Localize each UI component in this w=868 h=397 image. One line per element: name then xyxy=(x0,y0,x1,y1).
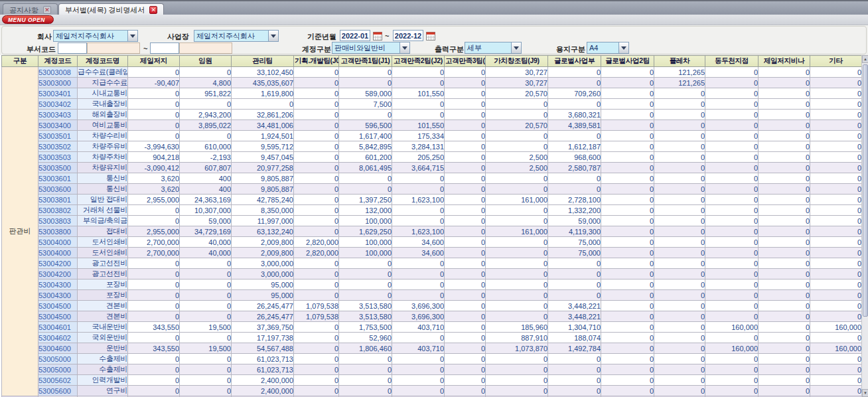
account-code-cell[interactable]: 53004600 xyxy=(38,343,78,354)
account-code-cell[interactable]: 53003800 xyxy=(38,226,78,237)
amount-cell[interactable]: 0 xyxy=(392,110,445,120)
amount-cell[interactable]: 0 xyxy=(654,301,705,311)
amount-cell[interactable]: 0 xyxy=(445,269,486,279)
amount-cell[interactable]: 59,000 xyxy=(548,216,601,226)
amount-cell[interactable]: 0 xyxy=(810,375,862,386)
amount-cell[interactable]: 0 xyxy=(445,354,486,364)
amount-cell[interactable]: 2,820,000 xyxy=(294,237,339,248)
amount-cell[interactable]: 0 xyxy=(128,120,180,131)
amount-cell[interactable]: 33,102,450 xyxy=(232,67,294,78)
amount-cell[interactable]: 0 xyxy=(445,258,486,269)
amount-cell[interactable]: 2,955,000 xyxy=(128,226,180,237)
amount-cell[interactable]: 2,500 xyxy=(486,152,548,163)
amount-cell[interactable]: 0 xyxy=(705,269,759,279)
amount-cell[interactable]: 0 xyxy=(810,333,862,343)
column-header[interactable]: 플레차 xyxy=(654,56,705,67)
scrollbar-thumb[interactable] xyxy=(863,64,868,317)
amount-cell[interactable]: 185,960 xyxy=(486,322,548,333)
amount-cell[interactable]: 0 xyxy=(392,216,445,226)
amount-cell[interactable]: 0 xyxy=(810,354,862,364)
account-name-cell[interactable]: 견본비 xyxy=(78,301,128,311)
amount-cell[interactable]: 3,680,321 xyxy=(548,110,601,120)
amount-cell[interactable]: 0 xyxy=(705,99,759,110)
table-row[interactable]: 53003503차량주차비904,218-2,1939,457,0450601,… xyxy=(2,152,862,163)
account-name-cell[interactable]: 포장비 xyxy=(78,279,128,290)
amount-cell[interactable]: 0 xyxy=(810,152,862,163)
amount-cell[interactable]: 0 xyxy=(445,195,486,205)
amount-cell[interactable]: 0 xyxy=(654,290,705,301)
amount-cell[interactable]: 0 xyxy=(810,386,862,396)
table-row[interactable]: 53004000도서인쇄비2,700,00040,0002,009,8002,8… xyxy=(2,237,862,248)
amount-cell[interactable]: 0 xyxy=(810,195,862,205)
paper-type-select[interactable]: A4 xyxy=(587,42,629,54)
amount-cell[interactable]: 0 xyxy=(128,99,180,110)
amount-cell[interactable]: 0 xyxy=(548,258,601,269)
amount-cell[interactable]: 0 xyxy=(548,184,601,195)
amount-cell[interactable]: 0 xyxy=(445,343,486,354)
account-name-cell[interactable]: 도서인쇄비 xyxy=(78,237,128,248)
amount-cell[interactable]: 0 xyxy=(759,343,810,354)
amount-cell[interactable]: 34,729,169 xyxy=(180,226,232,237)
amount-cell[interactable]: 0 xyxy=(810,131,862,141)
account-code-cell[interactable]: 53004500 xyxy=(38,311,78,322)
amount-cell[interactable]: 32,861,206 xyxy=(232,110,294,120)
amount-cell[interactable]: 0 xyxy=(392,354,445,364)
amount-cell[interactable]: 0 xyxy=(810,290,862,301)
account-code-cell[interactable]: 53004200 xyxy=(38,269,78,279)
account-name-cell[interactable]: 급수수료(클레임) xyxy=(78,67,128,78)
column-header[interactable]: 기타 xyxy=(810,56,862,67)
amount-cell[interactable]: 205,250 xyxy=(392,152,445,163)
amount-cell[interactable]: 20,570 xyxy=(486,120,548,131)
amount-cell[interactable]: 0 xyxy=(654,354,705,364)
amount-cell[interactable]: 0 xyxy=(654,88,705,99)
amount-cell[interactable]: 951,822 xyxy=(180,88,232,99)
table-row[interactable]: 53003801일반 접대비2,955,00024,363,16942,785,… xyxy=(2,195,862,205)
amount-cell[interactable]: 0 xyxy=(128,258,180,269)
amount-cell[interactable]: 0 xyxy=(601,322,654,333)
amount-cell[interactable]: 0 xyxy=(486,279,548,290)
account-code-cell[interactable]: 53003801 xyxy=(38,195,78,205)
amount-cell[interactable]: 0 xyxy=(654,226,705,237)
amount-cell[interactable]: 0 xyxy=(445,152,486,163)
amount-cell[interactable]: 34,600 xyxy=(392,237,445,248)
tab-close-icon[interactable]: ✕ xyxy=(43,6,51,14)
amount-cell[interactable]: 1,623,100 xyxy=(392,226,445,237)
column-header[interactable]: 제일저지비나 xyxy=(759,56,810,67)
amount-cell[interactable]: 0 xyxy=(392,269,445,279)
amount-cell[interactable]: 0 xyxy=(601,195,654,205)
amount-cell[interactable]: 0 xyxy=(486,237,548,248)
account-code-cell[interactable]: 53003000 xyxy=(38,78,78,88)
amount-cell[interactable]: 0 xyxy=(654,141,705,152)
account-code-cell[interactable]: 53004000 xyxy=(38,248,78,258)
table-row[interactable]: 53003401시내교통비0951,8221,619,8000589,00010… xyxy=(2,88,862,99)
amount-cell[interactable]: 75,000 xyxy=(548,248,601,258)
table-row[interactable]: 53003803부의금/축의금059,00011,997,0000100,000… xyxy=(2,216,862,226)
amount-cell[interactable]: 0 xyxy=(759,205,810,216)
amount-cell[interactable]: 95,000 xyxy=(232,290,294,301)
amount-cell[interactable]: 1,629,250 xyxy=(339,226,392,237)
amount-cell[interactable]: 0 xyxy=(294,226,339,237)
amount-cell[interactable]: 0 xyxy=(180,375,232,386)
table-row[interactable]: 53005600연구비002,400,00000000000000 xyxy=(2,386,862,396)
account-code-cell[interactable]: 53003503 xyxy=(38,152,78,163)
amount-cell[interactable]: 19,500 xyxy=(180,343,232,354)
amount-cell[interactable]: 0 xyxy=(705,88,759,99)
amount-cell[interactable]: 0 xyxy=(128,311,180,322)
account-name-cell[interactable]: 통신비 xyxy=(78,184,128,195)
amount-cell[interactable]: 0 xyxy=(548,269,601,279)
amount-cell[interactable]: 0 xyxy=(654,131,705,141)
amount-cell[interactable]: 0 xyxy=(548,78,601,88)
amount-cell[interactable]: 0 xyxy=(445,78,486,88)
amount-cell[interactable]: 3,448,221 xyxy=(548,311,601,322)
amount-cell[interactable]: 0 xyxy=(601,67,654,78)
amount-cell[interactable]: 0 xyxy=(445,163,486,173)
amount-cell[interactable]: 0 xyxy=(128,279,180,290)
amount-cell[interactable]: 0 xyxy=(759,354,810,364)
amount-cell[interactable]: 1,617,400 xyxy=(339,131,392,141)
amount-cell[interactable]: 0 xyxy=(339,258,392,269)
amount-cell[interactable]: 0 xyxy=(601,78,654,88)
table-row[interactable]: 53003402국내출장비00007,500000000000 xyxy=(2,99,862,110)
menu-open-button[interactable]: MENU OPEN xyxy=(2,15,54,24)
amount-cell[interactable]: 4,389,581 xyxy=(548,120,601,131)
amount-cell[interactable]: 0 xyxy=(392,67,445,78)
